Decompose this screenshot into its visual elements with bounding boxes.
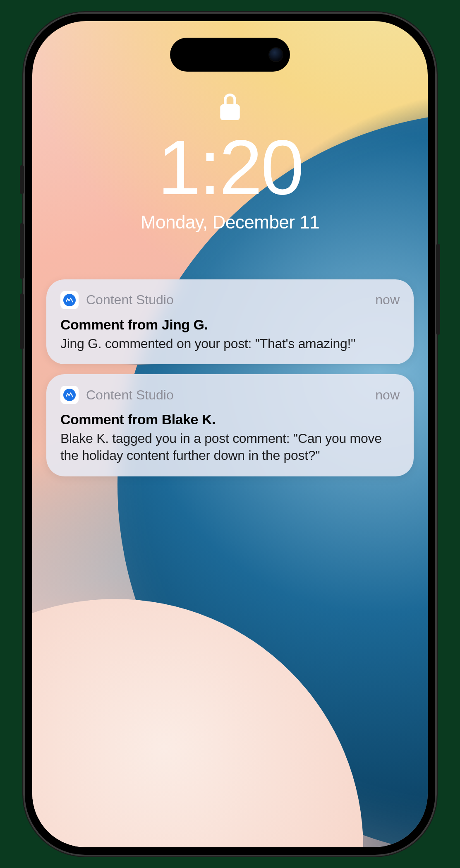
phone-screen[interactable]: 1:20 Monday, December 11 Content Studio …	[32, 21, 428, 847]
dynamic-island[interactable]	[170, 38, 290, 72]
app-icon	[60, 291, 79, 309]
notification-title: Comment from Jing G.	[60, 317, 400, 333]
notification-title: Comment from Blake K.	[60, 411, 400, 428]
notification-card[interactable]: Content Studio now Comment from Jing G. …	[46, 279, 414, 365]
notification-app-name: Content Studio	[86, 387, 368, 403]
volume-down-button[interactable]	[20, 293, 24, 349]
clock-time: 1:20	[158, 128, 302, 206]
silence-switch[interactable]	[20, 165, 24, 194]
front-camera	[269, 48, 283, 61]
notification-timestamp: now	[375, 292, 400, 308]
clock-date: Monday, December 11	[141, 212, 319, 233]
notification-card[interactable]: Content Studio now Comment from Blake K.…	[46, 374, 414, 476]
notification-app-name: Content Studio	[86, 292, 368, 308]
notification-body: Blake K. tagged you in a post comment: "…	[60, 430, 400, 464]
notification-body: Jing G. commented on your post: "That's …	[60, 335, 400, 352]
notification-list: Content Studio now Comment from Jing G. …	[46, 279, 414, 477]
phone-chassis: 1:20 Monday, December 11 Content Studio …	[23, 12, 437, 856]
notification-timestamp: now	[375, 387, 400, 403]
notification-header: Content Studio now	[60, 386, 400, 404]
notification-header: Content Studio now	[60, 291, 400, 309]
volume-up-button[interactable]	[20, 223, 24, 279]
app-icon	[60, 386, 79, 404]
lock-icon	[220, 94, 240, 120]
power-button[interactable]	[436, 244, 440, 335]
